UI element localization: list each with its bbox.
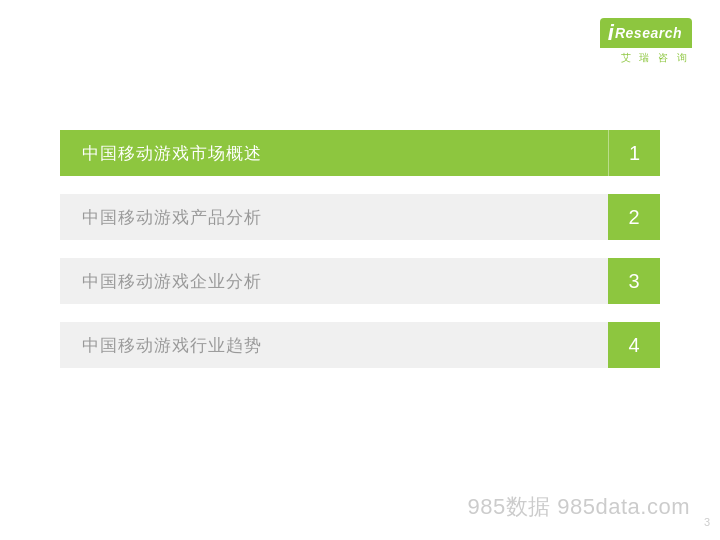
logo: i Research 艾 瑞 咨 询 bbox=[600, 18, 692, 65]
menu-item-1[interactable]: 中国移动游戏市场概述 1 bbox=[60, 130, 660, 176]
menu-label-3: 中国移动游戏企业分析 bbox=[60, 258, 608, 304]
menu-label-2: 中国移动游戏产品分析 bbox=[60, 194, 608, 240]
page-number: 3 bbox=[704, 516, 710, 528]
menu-container: 中国移动游戏市场概述 1 中国移动游戏产品分析 2 中国移动游戏企业分析 3 中… bbox=[60, 130, 660, 368]
menu-item-4[interactable]: 中国移动游戏行业趋势 4 bbox=[60, 322, 660, 368]
menu-label-1: 中国移动游戏市场概述 bbox=[60, 130, 608, 176]
menu-item-2[interactable]: 中国移动游戏产品分析 2 bbox=[60, 194, 660, 240]
watermark-text: 985数据 985data.com bbox=[467, 492, 690, 522]
logo-badge: i Research bbox=[600, 18, 692, 48]
menu-item-3[interactable]: 中国移动游戏企业分析 3 bbox=[60, 258, 660, 304]
menu-number-2: 2 bbox=[608, 194, 660, 240]
logo-research-text: Research bbox=[615, 25, 682, 41]
menu-number-1: 1 bbox=[608, 130, 660, 176]
logo-subtitle: 艾 瑞 咨 询 bbox=[621, 51, 692, 65]
menu-number-4: 4 bbox=[608, 322, 660, 368]
menu-label-4: 中国移动游戏行业趋势 bbox=[60, 322, 608, 368]
logo-i-letter: i bbox=[608, 22, 614, 44]
menu-number-3: 3 bbox=[608, 258, 660, 304]
